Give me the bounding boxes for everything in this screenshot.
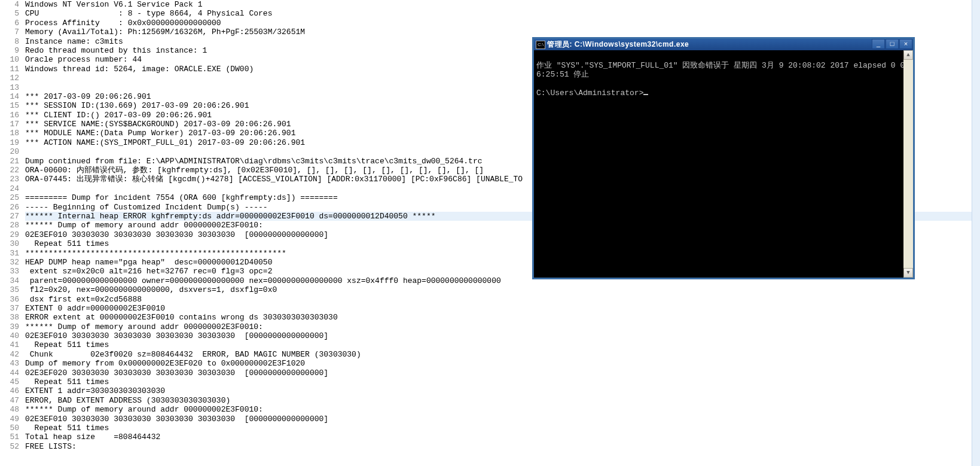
code-line[interactable]: ERROR, BAD EXTENT ADDRESS (3030303030303… bbox=[25, 396, 980, 405]
line-number: 21 bbox=[0, 157, 19, 166]
line-number: 39 bbox=[0, 322, 19, 331]
line-number: 42 bbox=[0, 350, 19, 359]
line-number: 41 bbox=[0, 340, 19, 349]
cmd-title: 管理员: C:\Windows\system32\cmd.exe bbox=[547, 40, 872, 48]
line-number: 20 bbox=[0, 147, 19, 156]
window-controls: _ □ × bbox=[872, 39, 913, 50]
line-number: 28 bbox=[0, 221, 19, 230]
code-line[interactable]: Repeat 511 times bbox=[25, 377, 980, 386]
line-number: 5 bbox=[0, 9, 19, 18]
line-number: 9 bbox=[0, 46, 19, 55]
line-number: 46 bbox=[0, 386, 19, 395]
code-line[interactable]: ****** Dump of memory around addr 000000… bbox=[25, 405, 980, 414]
line-number: 11 bbox=[0, 65, 19, 74]
line-number: 22 bbox=[0, 166, 19, 175]
code-line[interactable]: Process Affinity : 0x0x0000000000000000 bbox=[25, 19, 980, 28]
minimap-edge bbox=[972, 0, 980, 466]
code-line[interactable]: dsx first ext=0x2cd56888 bbox=[25, 295, 980, 304]
code-line[interactable]: ERROR extent at 000000002E3F0010 contain… bbox=[25, 313, 980, 322]
line-number: 35 bbox=[0, 285, 19, 294]
line-number: 24 bbox=[0, 184, 19, 193]
scroll-track[interactable] bbox=[903, 60, 913, 268]
code-line[interactable]: ****** Dump of memory around addr 000000… bbox=[25, 322, 980, 331]
code-line[interactable]: Repeat 511 times bbox=[25, 424, 980, 433]
line-number: 14 bbox=[0, 92, 19, 101]
line-number: 45 bbox=[0, 377, 19, 386]
line-number: 18 bbox=[0, 129, 19, 138]
code-line[interactable]: 02E3EF020 30303030 30303030 30303030 303… bbox=[25, 368, 980, 377]
code-line[interactable]: fl2=0x20, nex=0000000000000000, dsxvers=… bbox=[25, 285, 980, 294]
code-line[interactable]: Total heap size =808464432 bbox=[25, 433, 980, 441]
line-number: 10 bbox=[0, 55, 19, 64]
line-number: 6 bbox=[0, 19, 19, 28]
cmd-prompt: C:\Users\Administrator> bbox=[536, 89, 643, 98]
line-number: 43 bbox=[0, 359, 19, 368]
code-line[interactable]: Dump of memory from 0x000000002E3EF020 t… bbox=[25, 359, 980, 368]
code-line[interactable]: CPU : 8 - type 8664, 4 Physical Cores bbox=[25, 9, 980, 18]
line-number: 47 bbox=[0, 396, 19, 405]
line-number: 37 bbox=[0, 304, 19, 313]
line-number: 17 bbox=[0, 120, 19, 129]
code-line[interactable]: EXTENT 0 addr=000000002E3F0010 bbox=[25, 304, 980, 313]
code-line[interactable]: FREE LISTS: bbox=[25, 442, 980, 451]
line-number: 52 bbox=[0, 442, 19, 451]
line-number: 26 bbox=[0, 203, 19, 212]
code-line[interactable]: 02E3EF010 30303030 30303030 30303030 303… bbox=[25, 331, 980, 340]
line-number: 29 bbox=[0, 230, 19, 239]
line-number: 49 bbox=[0, 415, 19, 424]
line-number: 51 bbox=[0, 433, 19, 441]
code-line[interactable]: EXTENT 1 addr=3030303030303030 bbox=[25, 386, 980, 395]
code-line[interactable]: Memory (Avail/Total): Ph:12569M/16326M, … bbox=[25, 28, 980, 36]
line-number: 38 bbox=[0, 313, 19, 322]
scroll-down-button[interactable]: ▼ bbox=[903, 268, 913, 278]
line-number: 44 bbox=[0, 368, 19, 377]
cmd-icon: C:\ bbox=[536, 41, 545, 49]
cmd-window[interactable]: C:\ 管理员: C:\Windows\system32\cmd.exe _ □… bbox=[532, 37, 915, 279]
line-number: 13 bbox=[0, 83, 19, 92]
cmd-scrollbar[interactable]: ▲ ▼ bbox=[903, 50, 913, 278]
cmd-cursor bbox=[643, 94, 648, 95]
line-number: 4 bbox=[0, 0, 19, 9]
cmd-output-line: 作业 "SYS"."SYS_IMPORT_FULL_01" 因致命错误于 星期四… bbox=[536, 61, 905, 80]
line-number: 40 bbox=[0, 331, 19, 340]
line-number: 7 bbox=[0, 28, 19, 36]
line-number: 16 bbox=[0, 111, 19, 120]
line-number: 31 bbox=[0, 249, 19, 258]
close-button[interactable]: × bbox=[899, 39, 912, 49]
line-number: 30 bbox=[0, 239, 19, 248]
line-number: 48 bbox=[0, 405, 19, 414]
line-number: 32 bbox=[0, 258, 19, 267]
line-number: 36 bbox=[0, 295, 19, 304]
code-line[interactable]: Chunk 02e3f0020 sz=808464432 ERROR, BAD … bbox=[25, 350, 980, 359]
line-number: 50 bbox=[0, 424, 19, 433]
minimize-button[interactable]: _ bbox=[872, 39, 885, 49]
code-line[interactable]: 02E3EF010 30303030 30303030 30303030 303… bbox=[25, 415, 980, 424]
line-number: 27 bbox=[0, 212, 19, 221]
code-line[interactable]: Repeat 511 times bbox=[25, 340, 980, 349]
line-number: 33 bbox=[0, 267, 19, 276]
line-number: 34 bbox=[0, 276, 19, 285]
line-number: 8 bbox=[0, 37, 19, 46]
line-number: 19 bbox=[0, 138, 19, 147]
line-number: 15 bbox=[0, 101, 19, 110]
line-number: 23 bbox=[0, 175, 19, 184]
line-number-gutter: 4567891011121314151617181920212223242526… bbox=[0, 0, 25, 451]
code-line[interactable]: Windows NT Version V6.1 Service Pack 1 bbox=[25, 0, 980, 9]
cmd-output[interactable]: 作业 "SYS"."SYS_IMPORT_FULL_01" 因致命错误于 星期四… bbox=[534, 50, 913, 278]
maximize-button[interactable]: □ bbox=[886, 39, 899, 49]
cmd-titlebar[interactable]: C:\ 管理员: C:\Windows\system32\cmd.exe _ □… bbox=[534, 39, 913, 50]
scroll-up-button[interactable]: ▲ bbox=[903, 50, 913, 60]
line-number: 25 bbox=[0, 193, 19, 202]
line-number: 12 bbox=[0, 74, 19, 83]
